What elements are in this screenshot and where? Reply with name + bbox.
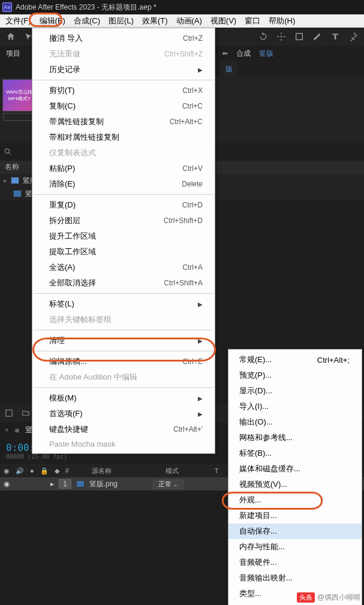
timecode-sub: 00000 (25.00 fps) xyxy=(6,453,67,460)
col-sourcename[interactable]: 源名称 xyxy=(92,466,112,475)
menu-bar: 文件(F) 编辑(E) 合成(C) 图层(L) 效果(T) 动画(A) 视图(V… xyxy=(0,14,364,28)
submenu-item[interactable]: 自动保存... xyxy=(228,523,362,539)
alpha-icon xyxy=(2,112,36,122)
layer-number: 1 xyxy=(59,479,71,489)
menu-window[interactable]: 窗口 xyxy=(240,14,264,28)
title-bar: Ae Adobe After Effects 2023 - 无标题项目.aep … xyxy=(0,0,364,14)
blend-mode-dropdown[interactable]: 正常 ⌄ xyxy=(152,479,184,489)
svg-rect-5 xyxy=(6,410,13,417)
mask-icon[interactable] xyxy=(291,29,308,44)
eye-col-icon[interactable]: ◉ xyxy=(4,467,10,475)
menu-item[interactable]: 编辑原稿...Ctrl+E xyxy=(32,354,215,369)
comp-breadcrumb: 版 xyxy=(221,61,237,77)
menu-item[interactable]: 带相对属性链接复制 xyxy=(32,130,215,145)
submenu-item[interactable]: 内存与性能... xyxy=(228,539,362,555)
menu-item[interactable]: 拆分图层Ctrl+Shift+D xyxy=(32,213,215,228)
chevron-right-icon: ▶ xyxy=(198,67,203,73)
submenu-item[interactable]: 常规(E)...Ctrl+Alt+; xyxy=(228,352,362,368)
chevron-right-icon: ▶ xyxy=(198,301,203,308)
col-t[interactable]: T xyxy=(215,467,219,474)
attribution: 头条 @偶西小嘚嘚 xyxy=(297,592,360,603)
pin-icon[interactable] xyxy=(345,29,362,44)
submenu-item[interactable]: 音频硬件... xyxy=(228,555,362,570)
submenu-item[interactable]: 视频预览(V)... xyxy=(228,477,362,492)
menu-item[interactable]: 历史记录▶ xyxy=(32,62,215,77)
folder-icon[interactable] xyxy=(22,409,30,417)
menu-item: 在 Adobe Audition 中编辑 xyxy=(32,369,215,385)
submenu-item[interactable]: 输出(O)... xyxy=(228,414,362,430)
close-icon[interactable]: × xyxy=(5,426,8,434)
layer-name[interactable]: 竖版.png xyxy=(89,479,118,489)
tab-project[interactable]: 项目 xyxy=(4,47,23,60)
menu-item[interactable]: 提取工作区域 xyxy=(32,244,215,260)
menu-item: 选择关键帧标签组 xyxy=(32,312,215,327)
project-thumbnail[interactable]: WMV怎么转MP4格式? xyxy=(2,79,36,112)
submenu-item[interactable]: 音频输出映射... xyxy=(228,570,362,586)
menu-item[interactable]: 清理▶ xyxy=(32,333,215,348)
menu-item[interactable]: 带属性链接复制Ctrl+Alt+C xyxy=(32,114,215,130)
interpret-icon[interactable] xyxy=(5,409,13,417)
menu-item[interactable]: 标签(L)▶ xyxy=(32,296,215,312)
attribution-badge: 头条 xyxy=(297,592,315,603)
menu-item[interactable]: 首选项(F)▶ xyxy=(32,406,215,422)
edit-menu-dropdown: 撤消 导入Ctrl+Z无法重做Ctrl+Shift+Z历史记录▶剪切(T)Ctr… xyxy=(32,28,215,454)
menu-item: 仅复制表达式 xyxy=(32,145,215,161)
col-num[interactable]: # xyxy=(65,467,69,474)
app-icon: Ae xyxy=(2,2,12,12)
submenu-item[interactable]: 标签(B)... xyxy=(228,446,362,461)
lock-col-icon[interactable]: 🔒 xyxy=(40,467,49,475)
preferences-submenu: 常规(E)...Ctrl+Alt+;预览(P)...显示(D)...导入(I).… xyxy=(228,349,362,605)
menu-help[interactable]: 帮助(H) xyxy=(264,14,299,28)
comp-name-link[interactable]: 竖版 xyxy=(259,49,273,59)
menu-item: Paste Mocha mask xyxy=(32,437,215,451)
rotate-icon[interactable] xyxy=(255,29,272,44)
submenu-item[interactable]: 新建项目... xyxy=(228,508,362,523)
menu-view[interactable]: 视图(V) xyxy=(206,14,240,28)
submenu-item[interactable]: 外观... xyxy=(228,492,362,508)
footage-icon xyxy=(13,190,22,197)
chevron-right-icon: ▶ xyxy=(198,411,203,417)
project-panel-tabs: 项目 xyxy=(0,46,36,61)
menu-item[interactable]: 重复(D)Ctrl+D xyxy=(32,197,215,213)
menu-edit[interactable]: 编辑(E) xyxy=(35,14,70,28)
speaker-col-icon[interactable]: 🔊 xyxy=(16,467,24,475)
chevron-right-icon: ▶ xyxy=(198,338,203,344)
svg-rect-1 xyxy=(296,34,303,40)
breadcrumb-item[interactable]: 版 xyxy=(225,64,233,74)
submenu-item[interactable]: 媒体和磁盘缓存... xyxy=(228,461,362,477)
text-icon[interactable] xyxy=(327,29,344,44)
submenu-item[interactable]: 显示(D)... xyxy=(228,383,362,399)
chevron-right-icon: ▶ xyxy=(198,395,203,402)
col-mode[interactable]: 模式 xyxy=(166,466,179,475)
pen-icon[interactable] xyxy=(309,29,326,44)
menu-item[interactable]: 全部取消选择Ctrl+Shift+A xyxy=(32,275,215,291)
submenu-item[interactable]: 预览(P)... xyxy=(228,368,362,383)
menu-item[interactable]: 清除(E)Delete xyxy=(32,176,215,192)
search-icon[interactable] xyxy=(4,148,12,156)
menu-item[interactable]: 键盘快捷键Ctrl+Alt+' xyxy=(32,422,215,437)
submenu-item[interactable]: 导入(I)... xyxy=(228,399,362,414)
layer-type-icon xyxy=(76,480,85,487)
menu-item[interactable]: 剪切(T)Ctrl+X xyxy=(32,83,215,98)
comp-label: 合成 xyxy=(236,49,251,59)
comp-icon xyxy=(11,177,19,184)
menu-item[interactable]: 撤消 导入Ctrl+Z xyxy=(32,31,215,46)
attribution-author: @偶西小嘚嘚 xyxy=(317,592,360,603)
svg-point-4 xyxy=(5,149,9,153)
anchor-icon[interactable] xyxy=(273,29,290,44)
menu-effect[interactable]: 效果(T) xyxy=(138,14,172,28)
svg-point-0 xyxy=(281,36,282,38)
eye-icon[interactable]: ◉ xyxy=(4,480,10,488)
menu-item[interactable]: 模板(M)▶ xyxy=(32,390,215,406)
submenu-item[interactable]: 网格和参考线... xyxy=(228,430,362,446)
menu-item[interactable]: 全选(A)Ctrl+A xyxy=(32,260,215,275)
menu-item[interactable]: 提升工作区域 xyxy=(32,228,215,244)
menu-item[interactable]: 复制(C)Ctrl+C xyxy=(32,98,215,114)
menu-item[interactable]: 粘贴(P)Ctrl+V xyxy=(32,161,215,176)
menu-file[interactable]: 文件(F) xyxy=(1,14,35,28)
menu-animation[interactable]: 动画(A) xyxy=(172,14,206,28)
menu-composition[interactable]: 合成(C) xyxy=(70,14,104,28)
menu-layer[interactable]: 图层(L) xyxy=(104,14,138,28)
menu-item: 无法重做Ctrl+Shift+Z xyxy=(32,46,215,62)
home-icon[interactable] xyxy=(2,29,19,44)
